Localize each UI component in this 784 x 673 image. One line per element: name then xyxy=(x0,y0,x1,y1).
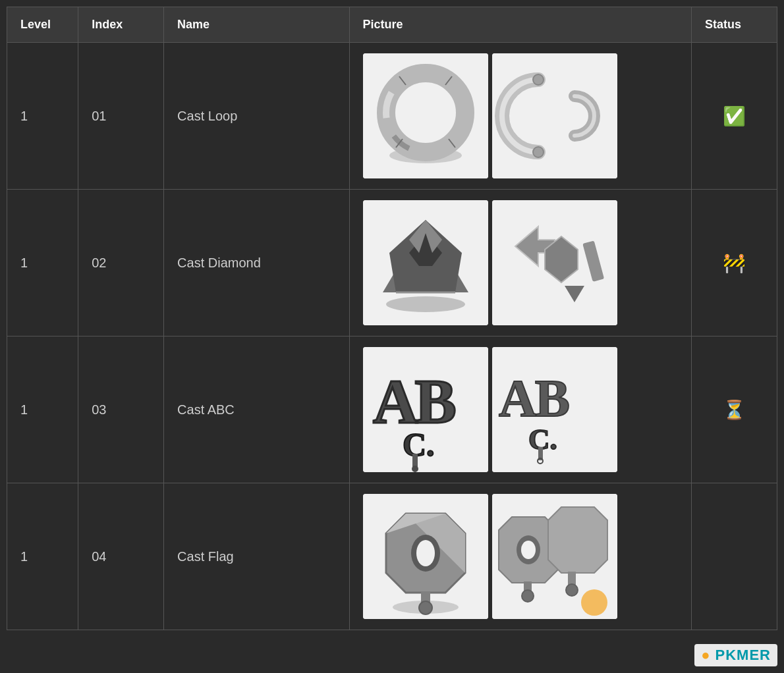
header-picture: Picture xyxy=(349,7,692,43)
cell-level: 1 xyxy=(7,43,78,190)
svg-point-43 xyxy=(419,601,432,614)
puzzle-image-loop-disassembled xyxy=(492,53,617,178)
puzzle-image-flag-disassembled xyxy=(492,494,617,619)
status-hourglass-icon: ⏳ xyxy=(705,399,764,421)
table-row: 1 04 Cast Flag xyxy=(7,483,777,630)
header-index: Index xyxy=(78,7,164,43)
svg-point-54 xyxy=(566,584,578,596)
cell-level: 1 xyxy=(7,190,78,336)
puzzle-image-diamond-assembled xyxy=(363,200,488,325)
watermark-text: PKMER xyxy=(715,647,771,663)
puzzle-image-abc-disassembled: AB C. xyxy=(492,347,617,472)
svg-text:C.: C. xyxy=(403,426,435,463)
puzzle-image-abc-assembled: AB C. xyxy=(363,347,488,472)
svg-point-11 xyxy=(533,147,544,157)
svg-text:AB: AB xyxy=(499,369,569,427)
cell-status xyxy=(692,483,777,630)
main-container: Level Index Name Picture Status 1 01 Cas… xyxy=(0,0,784,637)
cell-status: ⏳ xyxy=(692,336,777,483)
svg-marker-52 xyxy=(548,507,607,573)
puzzle-image-flag-assembled xyxy=(363,494,488,619)
picture-pair xyxy=(363,200,679,325)
svg-point-45 xyxy=(416,540,435,566)
status-check-icon: ✅ xyxy=(705,105,764,127)
status-construction-icon: 🚧 xyxy=(705,252,764,274)
cell-picture xyxy=(349,43,692,190)
svg-point-30 xyxy=(412,466,418,472)
cell-status: 🚧 xyxy=(692,190,777,336)
table-row: 1 01 Cast Loop xyxy=(7,43,777,190)
header-level: Level xyxy=(7,7,78,43)
picture-pair xyxy=(363,494,679,619)
puzzle-table: Level Index Name Picture Status 1 01 Cas… xyxy=(7,7,777,630)
cell-picture xyxy=(349,190,692,336)
watermark: ● PKMER xyxy=(694,644,777,666)
header-status: Status xyxy=(692,7,777,43)
cell-picture: AB C. AB C. xyxy=(349,336,692,483)
cell-level: 1 xyxy=(7,483,78,630)
picture-pair xyxy=(363,53,679,178)
header-name: Name xyxy=(164,7,349,43)
cell-name: Cast ABC xyxy=(164,336,349,483)
cell-index: 01 xyxy=(78,43,164,190)
cell-index: 03 xyxy=(78,336,164,483)
table-row: 1 02 Cast Diamond xyxy=(7,190,777,336)
puzzle-image-diamond-disassembled xyxy=(492,200,617,325)
cell-level: 1 xyxy=(7,336,78,483)
picture-pair: AB C. AB C. xyxy=(363,347,679,472)
cell-status: ✅ xyxy=(692,43,777,190)
puzzle-image-loop-assembled xyxy=(363,53,488,178)
svg-point-10 xyxy=(533,74,544,85)
svg-point-55 xyxy=(581,589,607,616)
svg-point-13 xyxy=(386,296,465,312)
cell-index: 04 xyxy=(78,483,164,630)
table-header-row: Level Index Name Picture Status xyxy=(7,7,777,43)
cell-picture xyxy=(349,483,692,630)
cell-index: 02 xyxy=(78,190,164,336)
cell-name: Cast Diamond xyxy=(164,190,349,336)
table-row: 1 03 Cast ABC AB C. xyxy=(7,336,777,483)
watermark-dot: ● xyxy=(701,647,710,663)
cell-name: Cast Flag xyxy=(164,483,349,630)
svg-point-51 xyxy=(522,590,534,602)
svg-point-49 xyxy=(521,541,536,559)
cell-name: Cast Loop xyxy=(164,43,349,190)
